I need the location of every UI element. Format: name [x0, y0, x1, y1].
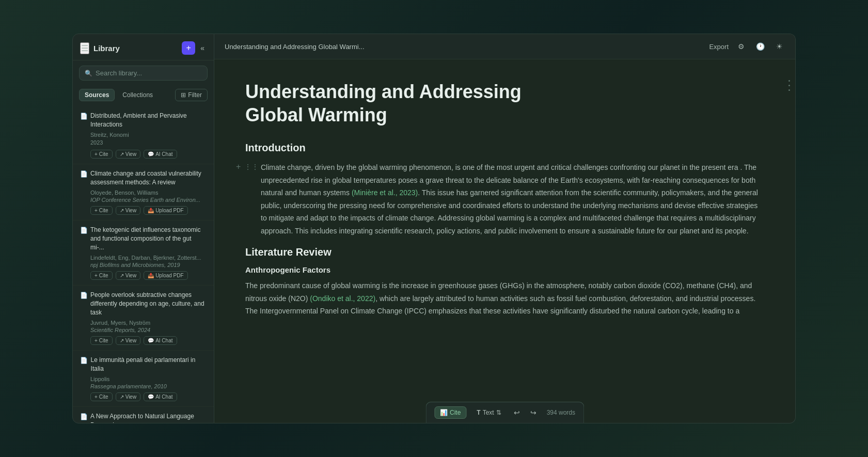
filter-button[interactable]: ⊞ Filter — [175, 89, 208, 101]
toolbar-cite-button[interactable]: 📊 Cite — [434, 406, 466, 419]
ai-chat-button[interactable]: 💬 AI Chat — [144, 336, 177, 345]
source-title-row: 📄 Le immunità penali dei parlamentari in… — [80, 356, 207, 373]
source-title-row: 📄 People overlook subtractive changes di… — [80, 291, 207, 317]
main-content: Understanding and Addressing Global Warm… — [214, 34, 796, 423]
source-item[interactable]: 📄 Le immunità penali dei parlamentari in… — [73, 351, 214, 407]
anthro-paragraph: The predominant cause of global warming … — [245, 279, 764, 318]
sidebar-header-left: ☰ Library — [80, 42, 120, 54]
cite-button[interactable]: + Cite — [90, 336, 113, 345]
tab-collections[interactable]: Collections — [117, 89, 159, 101]
undo-button[interactable]: ↩ — [512, 407, 522, 418]
source-title-row: 📄 Climate change and coastal vulnerabili… — [80, 169, 207, 187]
tab-group: Sources Collections — [79, 89, 159, 101]
view-button[interactable]: ↗ View — [116, 336, 141, 345]
library-title: Library — [93, 44, 120, 53]
upload-pdf-button[interactable]: 📤 Upload PDF — [144, 271, 187, 280]
intro-content: + ⋮⋮ Climate change, driven by the globa… — [245, 161, 764, 237]
source-list: 📄 Distributed, Ambient and Pervasive Int… — [73, 104, 214, 423]
collapse-button[interactable]: « — [198, 43, 207, 53]
add-button[interactable]: + — [182, 41, 195, 55]
doc-body: Understanding and AddressingGlobal Warmi… — [214, 59, 795, 423]
scroll-indicator — [788, 80, 790, 82]
theme-icon-button[interactable]: ☀ — [774, 41, 785, 52]
clock-icon-button[interactable]: 🕐 — [754, 41, 767, 52]
source-meta-authors: Streitz, Konomi — [90, 131, 207, 139]
view-button[interactable]: ↗ View — [116, 271, 141, 280]
intro-paragraph: Climate change, driven by the global war… — [261, 161, 764, 237]
source-doc-icon: 📄 — [80, 357, 88, 364]
source-title-row: 📄 The ketogenic diet influences taxonomi… — [80, 226, 207, 251]
tab-row: Sources Collections ⊞ Filter — [73, 86, 214, 104]
intro-heading: Introduction — [245, 142, 764, 154]
source-title: A New Approach to Natural Language Proce… — [90, 412, 207, 423]
cite-button[interactable]: + Cite — [90, 392, 113, 401]
source-title: Climate change and coastal vulnerability… — [90, 169, 207, 187]
source-item[interactable]: 📄 A New Approach to Natural Language Pro… — [73, 407, 214, 423]
anthro-factors-heading: Anthropogenic Factors — [245, 265, 764, 274]
source-doc-icon: 📄 — [80, 292, 87, 299]
doc-title-header: Understanding and Addressing Global Warm… — [225, 43, 365, 51]
citation-link[interactable]: (Ondiko et al., 2022) — [310, 294, 375, 303]
drag-para-button[interactable]: ⋮⋮ — [243, 161, 260, 172]
main-header: Understanding and Addressing Global Warm… — [214, 34, 795, 59]
word-count: 394 words — [547, 409, 575, 416]
export-button[interactable]: Export — [709, 43, 729, 51]
view-button[interactable]: ↗ View — [116, 206, 141, 215]
source-actions: + Cite ↗ View 💬 AI Chat — [90, 392, 207, 401]
source-title: Le immunità penali dei parlamentari in I… — [91, 356, 207, 373]
search-icon: 🔍 — [85, 70, 92, 77]
cite-button[interactable]: + Cite — [90, 150, 113, 159]
view-button[interactable]: ↗ View — [116, 150, 141, 159]
source-doc-icon: 📄 — [80, 170, 87, 178]
source-meta-journal: Scientific Reports, 2024 — [90, 327, 207, 333]
redo-button[interactable]: ↪ — [528, 407, 539, 418]
source-actions: + Cite ↗ View 📤 Upload PDF — [90, 206, 207, 215]
source-meta-authors: Lippolis — [90, 375, 207, 383]
filter-icon: ⊞ — [181, 91, 186, 99]
source-title: Distributed, Ambient and Pervasive Inter… — [90, 112, 207, 129]
source-meta-year: 2023 — [90, 139, 207, 147]
lit-review-heading: Literature Review — [245, 246, 764, 258]
sidebar: ☰ Library + « 🔍 Sources Collections ⊞ Fi… — [72, 34, 214, 423]
ai-chat-button[interactable]: 💬 AI Chat — [144, 392, 177, 401]
add-para-button[interactable]: + — [235, 161, 242, 172]
chevron-down-icon: ⇅ — [496, 409, 501, 416]
text-t-icon: T — [477, 409, 480, 416]
sidebar-header: ☰ Library + « — [73, 34, 214, 60]
source-title-row: 📄 A New Approach to Natural Language Pro… — [80, 412, 207, 423]
source-item[interactable]: 📄 The ketogenic diet influences taxonomi… — [73, 220, 214, 286]
source-meta-journal: Rassegna parlamentare, 2010 — [90, 383, 207, 389]
ai-chat-button[interactable]: 💬 AI Chat — [144, 150, 177, 159]
source-meta-authors: Lindefeldt, Eng, Darban, Bjerkner, Zotte… — [90, 254, 207, 262]
header-actions: Export ⚙ 🕐 ☀ — [709, 41, 785, 52]
hamburger-menu-button[interactable]: ☰ — [80, 42, 89, 54]
toolbar-text-button[interactable]: T Text ⇅ — [472, 407, 505, 418]
source-meta-authors: Oloyede, Benson, Williams — [90, 189, 207, 197]
source-actions: + Cite ↗ View 💬 AI Chat — [90, 336, 207, 345]
source-item[interactable]: 📄 People overlook subtractive changes di… — [73, 286, 214, 351]
source-actions: + Cite ↗ View 💬 AI Chat — [90, 150, 207, 159]
search-box: 🔍 — [79, 66, 208, 81]
para-controls: + ⋮⋮ — [235, 161, 260, 172]
search-input[interactable] — [96, 69, 202, 77]
cite-button[interactable]: + Cite — [90, 271, 113, 280]
source-doc-icon: 📄 — [80, 227, 87, 234]
scroll-indicator — [788, 85, 790, 86]
scroll-indicator — [788, 89, 790, 91]
view-button[interactable]: ↗ View — [116, 392, 141, 401]
source-item[interactable]: 📄 Climate change and coastal vulnerabili… — [73, 164, 214, 220]
right-indicators — [788, 80, 790, 91]
upload-pdf-button[interactable]: 📤 Upload PDF — [144, 206, 187, 215]
settings-icon-button[interactable]: ⚙ — [736, 41, 747, 52]
source-item[interactable]: 📄 Distributed, Ambient and Pervasive Int… — [73, 106, 214, 164]
filter-label: Filter — [188, 91, 202, 99]
source-title: People overlook subtractive changes diff… — [90, 291, 207, 317]
tab-sources[interactable]: Sources — [79, 89, 115, 101]
cite-button[interactable]: + Cite — [90, 206, 113, 215]
source-meta-journal: IOP Conference Series Earth and Environ.… — [90, 197, 207, 203]
source-meta-journal: npj Biofilms and Microbiomes, 2019 — [90, 262, 207, 268]
source-meta-authors: Juvrud, Myers, Nyström — [90, 319, 207, 327]
header-buttons: + « — [182, 41, 207, 55]
citation-link[interactable]: (Minière et al., 2023) — [352, 188, 418, 197]
source-title-row: 📄 Distributed, Ambient and Pervasive Int… — [80, 112, 207, 129]
